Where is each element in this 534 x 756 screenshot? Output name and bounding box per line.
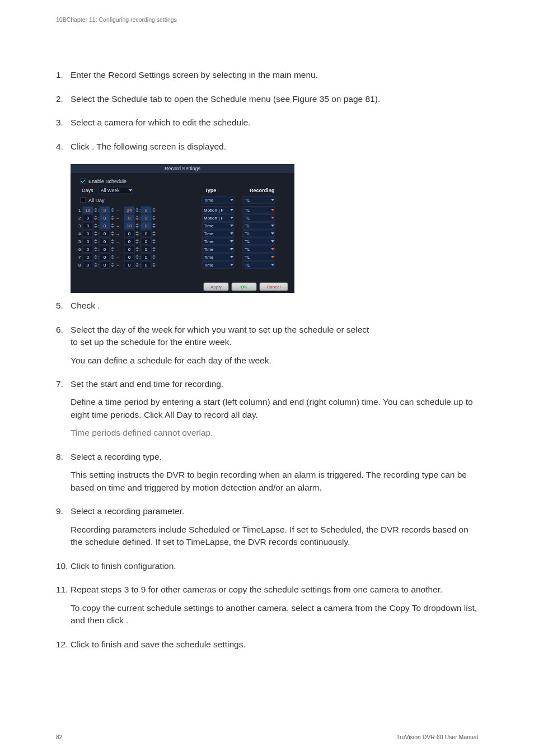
allday-label: All Day	[88, 198, 105, 203]
svg-text:8: 8	[87, 223, 90, 228]
step-text: Select a recording type.	[71, 451, 478, 463]
svg-text:0: 0	[104, 231, 106, 236]
type-header: Type	[205, 188, 216, 193]
svg-text:18: 18	[127, 223, 132, 228]
svg-text::: :	[139, 239, 140, 244]
svg-text:--: --	[116, 208, 120, 213]
svg-text:0: 0	[87, 231, 90, 236]
svg-text:0: 0	[145, 239, 148, 244]
svg-text:Time: Time	[204, 239, 214, 244]
svg-text:0: 0	[104, 216, 106, 221]
svg-text:--: --	[116, 239, 120, 244]
svg-text:--: --	[116, 216, 120, 221]
svg-text:TL: TL	[245, 223, 250, 228]
cancel-button: Cancel	[267, 284, 281, 290]
step-subtext: You can define a schedule for each day o…	[71, 354, 478, 367]
svg-text:0: 0	[87, 255, 90, 260]
step-subtext: Recording parameters include Scheduled o…	[71, 524, 478, 549]
svg-text:8: 8	[128, 216, 131, 221]
step-number: 9.	[56, 505, 71, 554]
svg-text:0: 0	[104, 255, 106, 260]
svg-text:4: 4	[78, 231, 81, 236]
step-text: Select a recording parameter.	[71, 505, 478, 517]
step-number: 8.	[56, 451, 71, 500]
step-number: 6.	[56, 324, 71, 372]
step-note: Time periods defined cannot overlap.	[71, 427, 478, 439]
svg-text:0: 0	[87, 216, 90, 221]
svg-text:18: 18	[86, 208, 91, 213]
step-subtext: This setting instructs the DVR to begin …	[71, 469, 478, 494]
apply-button: Apply	[210, 284, 222, 290]
svg-rect-4	[81, 198, 86, 203]
svg-text:0: 0	[128, 255, 131, 260]
svg-text:0: 0	[145, 223, 148, 228]
running-header: 10BChapter 11: Configuring recording set…	[56, 16, 478, 24]
svg-text:6: 6	[78, 247, 81, 252]
svg-text:0: 0	[128, 239, 131, 244]
svg-text:TL: TL	[245, 198, 250, 203]
svg-text::: :	[139, 263, 140, 268]
svg-text::: :	[98, 239, 99, 244]
svg-text::: :	[139, 216, 140, 221]
step-number: 3.	[56, 116, 71, 134]
ok-button: OK	[241, 284, 247, 290]
svg-text:1: 1	[78, 208, 81, 213]
svg-text:TL: TL	[245, 247, 250, 252]
svg-text:5: 5	[78, 239, 81, 244]
step-text: Enter the Record Settings screen by sele…	[71, 69, 478, 81]
step-text: Set the start and end time for recording…	[71, 378, 478, 390]
recording-header: Recording	[250, 188, 275, 193]
days-value: All Week	[101, 188, 120, 193]
svg-text:24: 24	[127, 208, 132, 213]
svg-text::: :	[98, 247, 99, 252]
svg-text:0: 0	[87, 239, 90, 244]
step-number: 5.	[56, 300, 71, 318]
svg-text:TL: TL	[245, 216, 250, 221]
step-number: 2.	[56, 93, 71, 111]
svg-text:Motion | F: Motion | F	[204, 208, 224, 213]
step-text: Select a camera for which to edit the sc…	[71, 116, 478, 129]
svg-text::: :	[98, 255, 99, 260]
svg-text:0: 0	[128, 263, 131, 268]
svg-text::: :	[139, 231, 140, 236]
dialog-title: Record Settings	[165, 166, 201, 171]
step-text: Click to finish and save the schedule se…	[71, 638, 478, 651]
svg-text:0: 0	[128, 231, 131, 236]
svg-text:0: 0	[128, 247, 131, 252]
svg-text:--: --	[116, 255, 120, 260]
svg-text:0: 0	[104, 223, 106, 228]
step-number: 1.	[56, 69, 71, 87]
svg-text:TL: TL	[245, 208, 250, 213]
svg-text:Time: Time	[204, 247, 214, 252]
step-number: 7.	[56, 378, 71, 445]
step-list: 1. Enter the Record Settings screen by s…	[56, 69, 478, 158]
days-label: Days	[82, 188, 93, 193]
svg-text:0: 0	[145, 263, 148, 268]
svg-text:Time: Time	[204, 263, 214, 268]
svg-text::: :	[139, 223, 140, 228]
svg-text:2: 2	[78, 216, 81, 221]
svg-text:0: 0	[87, 263, 90, 268]
step-text: Repeat steps 3 to 9 for other cameras or…	[71, 584, 478, 596]
svg-text:--: --	[116, 223, 120, 228]
svg-text::: :	[139, 255, 140, 260]
step-text: Click . The following screen is displaye…	[71, 141, 478, 153]
svg-text:TL: TL	[245, 239, 250, 244]
svg-text:TL: TL	[245, 255, 250, 260]
enable-schedule-label: Enable Schedule	[88, 179, 127, 184]
svg-text:TL: TL	[245, 263, 250, 268]
svg-text::: :	[139, 208, 140, 213]
svg-text:0: 0	[87, 247, 90, 252]
svg-text:0: 0	[104, 208, 106, 213]
svg-text:8: 8	[78, 263, 81, 268]
step-text: Select the Schedule tab to open the Sche…	[71, 93, 478, 105]
svg-text:--: --	[116, 263, 120, 268]
svg-text:7: 7	[78, 255, 81, 260]
svg-text:0: 0	[145, 208, 148, 213]
svg-text:0: 0	[104, 247, 106, 252]
svg-text:Time: Time	[204, 255, 214, 260]
step-subtext: Define a time period by entering a start…	[71, 396, 478, 421]
svg-text:Motion | F: Motion | F	[204, 216, 224, 221]
svg-text::: :	[98, 223, 99, 228]
step-text: Check .	[71, 300, 478, 312]
